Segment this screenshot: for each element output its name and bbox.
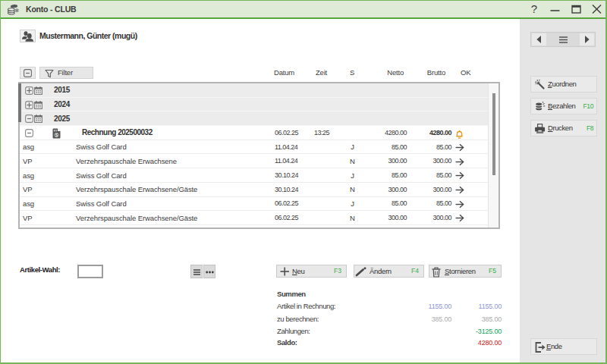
svg-text:$: $ (55, 133, 58, 137)
